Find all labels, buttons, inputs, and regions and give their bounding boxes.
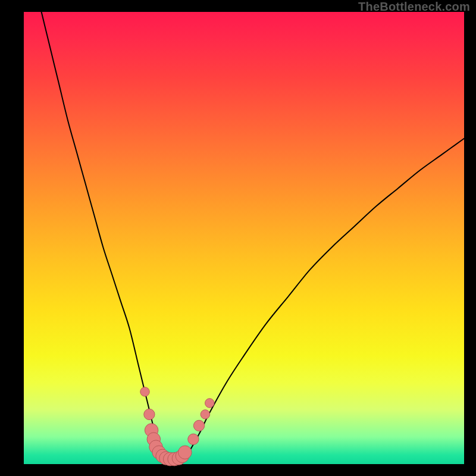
watermark-text: TheBottleneck.com: [358, 0, 470, 14]
curve-marker: [205, 399, 214, 408]
curve-marker: [188, 434, 199, 444]
curve-marker: [201, 410, 209, 419]
chart-frame: TheBottleneck.com: [0, 0, 476, 476]
curve-marker: [144, 409, 155, 419]
chart-overlay: [24, 12, 464, 464]
curve-marker: [178, 446, 192, 459]
curve-markers: [140, 387, 214, 466]
curve-marker: [193, 420, 204, 431]
curve-marker: [140, 387, 149, 396]
bottleneck-curve: [42, 12, 464, 460]
